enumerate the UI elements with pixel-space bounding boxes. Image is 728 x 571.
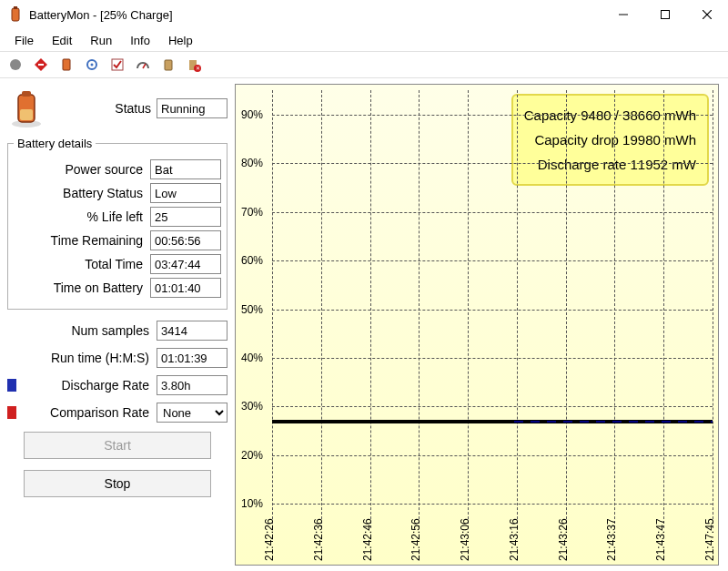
gridline-h: [272, 260, 713, 261]
power-source-value: Bat: [150, 159, 221, 179]
battery2-icon[interactable]: [157, 54, 180, 76]
gridline-v: [713, 90, 713, 528]
gauge-icon[interactable]: [131, 54, 155, 76]
y-tick-label: 20%: [241, 449, 263, 462]
battery-status-label: Battery Status: [14, 186, 150, 200]
gridline-h: [272, 212, 713, 213]
life-left-value: 25: [150, 207, 221, 227]
x-tick-label: 21:47:45: [703, 518, 716, 561]
svg-line-13: [143, 64, 146, 68]
battery-icon[interactable]: [55, 54, 78, 76]
y-tick-label: 10%: [241, 497, 263, 510]
app-icon: [7, 6, 24, 23]
gridline-h: [272, 358, 713, 359]
x-tick-label: 21:43:47: [654, 518, 667, 561]
y-tick-label: 70%: [241, 206, 263, 219]
x-tick-label: 21:42:26: [263, 518, 276, 561]
window-title: BatteryMon - [25% Charge]: [29, 8, 173, 22]
x-tick-label: 21:43:16: [508, 518, 521, 561]
stop-button[interactable]: Stop: [24, 470, 211, 497]
status-value: Running: [157, 98, 228, 118]
overlay-discharge-rate: Discharge rate 11952 mW: [524, 152, 696, 177]
x-tick-label: 21:42:46: [361, 518, 374, 561]
gridline-h: [272, 310, 713, 311]
gridline-v: [663, 90, 664, 528]
svg-rect-9: [63, 59, 70, 70]
status-label: Status: [53, 101, 157, 116]
gridline-v: [370, 90, 371, 528]
gridline-v: [566, 90, 567, 528]
y-tick-label: 80%: [241, 157, 263, 169]
chart-overlay: Capacity 9480 / 38660 mWh Capacity drop …: [511, 94, 709, 186]
x-tick-label: 21:42:56: [410, 518, 422, 561]
warning-icon[interactable]: ✕: [182, 54, 206, 76]
svg-rect-0: [12, 8, 19, 21]
discharge-swatch: [7, 379, 16, 392]
gridline-h: [272, 115, 713, 116]
svg-rect-21: [20, 109, 33, 120]
gridline-v: [272, 90, 273, 528]
overlay-capacity-drop: Capacity drop 19980 mWh: [524, 127, 696, 152]
record-icon[interactable]: [4, 54, 27, 76]
chart-area: Capacity 9480 / 38660 mWh Capacity drop …: [235, 84, 719, 566]
x-tick-label: 21:42:36: [312, 518, 325, 561]
gridline-v: [614, 90, 615, 528]
menu-file[interactable]: File: [5, 32, 43, 49]
svg-rect-1: [14, 6, 17, 9]
maximize-button[interactable]: [644, 0, 686, 29]
svg-rect-20: [22, 91, 31, 97]
stop-icon[interactable]: [29, 54, 53, 76]
svg-point-11: [91, 64, 94, 66]
life-left-label: % Life left: [14, 209, 150, 224]
minimize-button[interactable]: [602, 0, 644, 29]
chart-panel: Capacity 9480 / 38660 mWh Capacity drop …: [233, 78, 728, 571]
power-source-label: Power source: [14, 162, 150, 177]
run-time-label: Run time (H:M:S): [7, 351, 157, 365]
start-button[interactable]: Start: [24, 432, 211, 459]
gridline-h: [272, 504, 713, 505]
y-tick-label: 40%: [241, 352, 263, 364]
num-samples-value: 3414: [157, 321, 228, 341]
y-tick-label: 30%: [241, 400, 263, 413]
close-button[interactable]: [686, 0, 728, 29]
x-tick-label: 21:43:37: [605, 518, 618, 561]
y-tick-label: 90%: [241, 108, 263, 121]
menu-run[interactable]: Run: [81, 32, 121, 49]
gridline-h: [272, 406, 713, 407]
discharge-rate-value: 3.80h: [157, 375, 228, 395]
gridline-v: [419, 90, 420, 528]
y-tick-label: 60%: [241, 254, 263, 267]
toolbar: ✕: [0, 51, 728, 78]
svg-text:✕: ✕: [196, 66, 200, 71]
gridline-v: [468, 90, 469, 528]
battery-details-legend: Battery details: [14, 137, 96, 150]
series-line-dash: [514, 421, 713, 423]
left-panel: Status Running Battery details Power sou…: [0, 78, 233, 571]
battery-status-value: Low: [150, 183, 221, 203]
time-remaining-value: 00:56:56: [150, 230, 221, 250]
svg-rect-8: [38, 64, 44, 66]
gridline-h: [272, 455, 713, 456]
menu-info[interactable]: Info: [121, 32, 159, 49]
comparison-rate-select[interactable]: None: [157, 403, 228, 423]
check-icon[interactable]: [106, 54, 129, 76]
total-time-value: 03:47:44: [150, 254, 221, 274]
gridline-h: [272, 163, 713, 164]
menu-help[interactable]: Help: [159, 32, 202, 49]
battery-details-group: Battery details Power sourceBat Battery …: [7, 137, 228, 310]
comparison-swatch: [7, 406, 16, 419]
svg-point-6: [10, 59, 21, 70]
num-samples-label: Num samples: [7, 323, 157, 338]
time-on-battery-label: Time on Battery: [14, 280, 150, 295]
gridline-v: [517, 90, 518, 528]
discharge-rate-label: Discharge Rate: [20, 378, 157, 393]
time-remaining-label: Time Remaining: [14, 233, 150, 248]
gridline-v: [321, 90, 322, 528]
time-on-battery-value: 01:01:40: [150, 278, 221, 298]
comparison-rate-label: Comparison Rate: [20, 405, 157, 420]
menu-edit[interactable]: Edit: [43, 32, 81, 49]
gear-icon[interactable]: [80, 54, 104, 76]
svg-rect-3: [662, 11, 670, 19]
x-tick-label: 21:43:06: [459, 518, 471, 561]
y-tick-label: 50%: [241, 303, 263, 316]
